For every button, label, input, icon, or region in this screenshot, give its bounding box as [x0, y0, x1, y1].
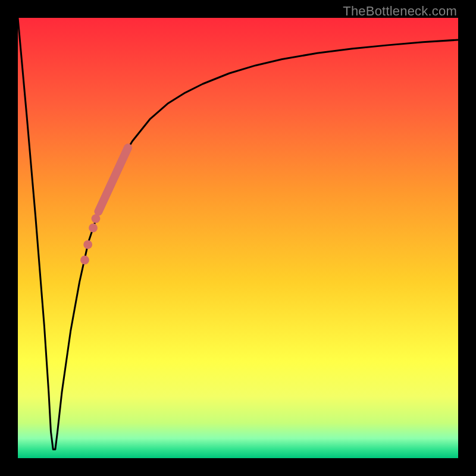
bottleneck-curve — [18, 18, 458, 449]
watermark-text: TheBottleneck.com — [343, 4, 457, 19]
dot-3 — [89, 224, 98, 233]
data-points — [80, 148, 128, 264]
dot-4 — [92, 214, 101, 223]
dot-2 — [83, 240, 92, 249]
plot-area — [18, 18, 458, 458]
chart-frame: TheBottleneck.com — [0, 0, 476, 476]
dot-1 — [80, 256, 89, 265]
cluster-stroke — [98, 148, 128, 211]
curve-layer — [18, 18, 458, 458]
